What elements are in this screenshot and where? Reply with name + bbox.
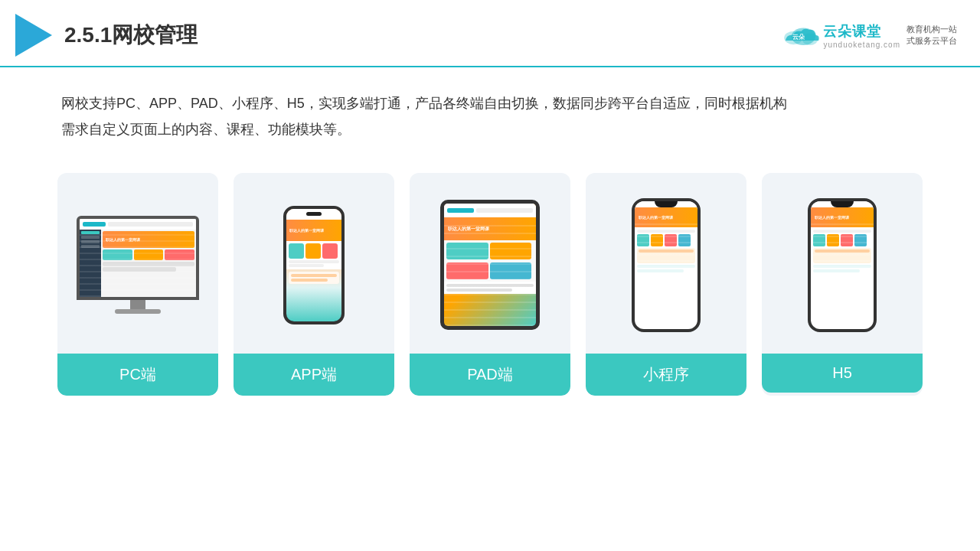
miniprogram-phone: 职达人的第一堂网课 (632, 198, 701, 332)
brand-slogan: 教育机构一站式服务云平台 (906, 24, 957, 47)
monitor-screen: 职达人的第一堂网课 (80, 219, 196, 297)
header-left: 2.5.1网校管理 (15, 14, 198, 57)
miniprogram-phone-body: 职达人的第一堂网课 (632, 198, 701, 332)
pad-tablet: 职达人的第一堂网课 (440, 200, 540, 330)
tablet-home-button (485, 326, 495, 330)
h5-image-area: 职达人的第一堂网课 (774, 188, 910, 341)
tablet-screen: 职达人的第一堂网课 (444, 204, 536, 326)
device-card-h5: 职达人的第一堂网课 (762, 173, 923, 396)
logo-triangle-icon (15, 14, 52, 57)
miniprogram-image-area: 职达人的第一堂网课 (598, 188, 734, 341)
app-label: APP端 (234, 354, 394, 396)
cloud-icon: 云朵 (780, 23, 820, 47)
miniprogram-label: 小程序 (586, 354, 746, 396)
brand-name: 云朵课堂 (823, 22, 900, 41)
miniprogram-screen: 职达人的第一堂网课 (635, 201, 697, 329)
svg-text:云朵: 云朵 (792, 34, 805, 41)
brand-logo: 云朵 云朵课堂 yunduoketang.com (780, 22, 900, 49)
pad-image-area: 职达人的第一堂网课 (422, 188, 558, 341)
header-right: 云朵 云朵课堂 yunduoketang.com 教育机构一站式服务云平台 (780, 22, 957, 49)
app-phone-screen: 职达人的第一堂网课 (286, 209, 341, 321)
brand-icon: 云朵 云朵课堂 yunduoketang.com (780, 22, 900, 49)
tablet-body: 职达人的第一堂网课 (440, 200, 540, 330)
pc-image-area: 职达人的第一堂网课 (70, 188, 206, 341)
device-card-pad: 职达人的第一堂网课 (410, 173, 570, 396)
brand-domain: yunduoketang.com (823, 41, 900, 49)
device-card-app: 职达人的第一堂网课 (234, 173, 394, 396)
device-card-pc: 职达人的第一堂网课 (57, 173, 218, 396)
device-card-miniprogram: 职达人的第一堂网课 (586, 173, 746, 396)
h5-label: H5 (762, 354, 923, 393)
header: 2.5.1网校管理 云朵 云朵课堂 yunduoketang.com 教育机构一… (0, 0, 980, 67)
page-title: 2.5.1网校管理 (64, 21, 198, 50)
monitor-base (115, 309, 161, 314)
h5-phone-notch (831, 201, 854, 207)
h5-phone-body: 职达人的第一堂网课 (808, 198, 877, 332)
pc-label: PC端 (57, 354, 218, 396)
brand-text: 云朵课堂 yunduoketang.com (823, 22, 900, 49)
h5-screen: 职达人的第一堂网课 (811, 201, 874, 329)
h5-phone: 职达人的第一堂网课 (808, 198, 877, 332)
app-image-area: 职达人的第一堂网课 (246, 188, 382, 341)
monitor-body: 职达人的第一堂网课 (77, 216, 199, 300)
pc-monitor: 职达人的第一堂网课 (77, 216, 199, 314)
monitor-stand (130, 300, 145, 309)
description: 网校支持PC、APP、PAD、小程序、H5，实现多端打通，产品各终端自由切换，数… (0, 67, 980, 158)
cards-section: 职达人的第一堂网课 (0, 158, 980, 419)
app-phone: 职达人的第一堂网课 (283, 206, 345, 324)
pad-label: PAD端 (410, 354, 570, 396)
phone-notch (655, 201, 678, 207)
description-text: 网校支持PC、APP、PAD、小程序、H5，实现多端打通，产品各终端自由切换，数… (61, 90, 919, 142)
app-phone-body: 职达人的第一堂网课 (283, 206, 345, 324)
